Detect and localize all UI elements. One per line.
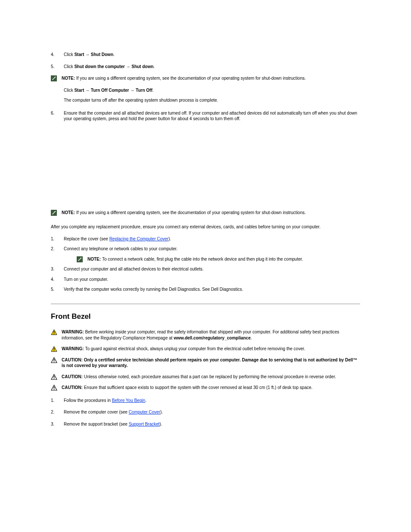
note-body: NOTE: If you are using a different opera…: [62, 75, 360, 81]
step-body: Connect any telephone or network cables …: [64, 246, 360, 262]
step-number: 5.: [51, 64, 54, 70]
procedure-list-top-cont: Click Start → Turn Off Computer → Turn O…: [51, 87, 360, 122]
after-working-intro: After you complete any replacement proce…: [51, 224, 360, 230]
step-body: Remove the computer cover (see Computer …: [64, 409, 360, 415]
link-replacing-cover[interactable]: Replacing the Computer Cover: [109, 236, 168, 241]
bz-step-2: 2. Remove the computer cover (see Comput…: [51, 409, 360, 415]
caution-label: CAUTION:: [62, 385, 84, 390]
svg-rect-16: [54, 376, 55, 378]
bz-step-3: 3. Remove the support bracket (see Suppo…: [51, 421, 360, 427]
warning-label: WARNING:: [62, 346, 85, 351]
bold: Shut down: [130, 64, 153, 69]
caution-icon: [51, 374, 57, 380]
step-number: 4.: [51, 52, 54, 58]
aw-step-1: 1. Replace the cover (see Replacing the …: [51, 236, 360, 242]
note-text: If you are using a different operating s…: [76, 210, 306, 215]
aw-step-5: 5. Verify that the computer works correc…: [51, 286, 360, 292]
step-5b: Click Start → Turn Off Computer → Turn O…: [51, 87, 360, 103]
text: Remove the computer cover (see: [64, 410, 129, 414]
svg-rect-14: [54, 361, 55, 362]
note-label: NOTE:: [62, 210, 76, 215]
regulatory-link[interactable]: www.dell.com/regulatory_compliance: [174, 336, 251, 340]
aw-step-2: 2. Connect any telephone or network cabl…: [51, 246, 360, 262]
step-body: Follow the procedures in Before You Begi…: [64, 398, 360, 404]
step-6: 6. Ensure that the computer and all atta…: [51, 110, 360, 122]
link-support-bracket[interactable]: Support Bracket: [129, 422, 160, 426]
aw-step-4: 4. Turn on your computer.: [51, 277, 360, 283]
warning-block: WARNING: To guard against electrical sho…: [51, 346, 360, 352]
step-body: Click Start → Turn Off Computer → Turn O…: [64, 87, 360, 103]
warning-body: WARNING: To guard against electrical sho…: [62, 346, 360, 352]
bold: Turn Off: [134, 88, 152, 93]
step-number: 1.: [51, 236, 54, 242]
svg-rect-7: [54, 331, 55, 333]
caution-bold-text: Only a certified service technician shou…: [62, 358, 357, 368]
step-5: 5. Click Shut down the computer → Shut d…: [51, 64, 360, 70]
after-working-steps: 1. Replace the cover (see Replacing the …: [51, 236, 360, 292]
note-label: NOTE:: [62, 76, 76, 81]
caution-body: CAUTION: Only a certified service techni…: [62, 357, 360, 369]
front-bezel-steps: 1. Follow the procedures in Before You B…: [51, 398, 360, 427]
svg-rect-10: [54, 348, 55, 350]
text: Remove the support bracket (see: [64, 422, 129, 426]
svg-rect-20: [54, 389, 55, 390]
bz-step-1: 1. Follow the procedures in Before You B…: [51, 398, 360, 404]
warning-icon: [51, 329, 57, 335]
text: .: [145, 398, 146, 403]
caution-block: CAUTION: Only a certified service techni…: [51, 357, 360, 369]
note-pencil-icon: [77, 256, 83, 262]
text: ).: [160, 410, 163, 414]
svg-rect-8: [54, 333, 55, 334]
text: Replace the cover (see: [64, 236, 109, 241]
svg-rect-11: [54, 350, 55, 351]
step-number: 5.: [51, 286, 54, 292]
step-body: Remove the support bracket (see Support …: [64, 421, 360, 427]
note-label: NOTE:: [87, 257, 102, 261]
caution-block: CAUTION: Unless otherwise noted, each pr…: [51, 374, 360, 380]
bold: Shut down the computer: [74, 64, 125, 69]
step-number: 2.: [51, 409, 54, 415]
warning-body: WARNING: Before working inside your comp…: [62, 329, 360, 341]
text: Click: [64, 52, 74, 57]
svg-rect-17: [54, 378, 55, 379]
link-computer-cover[interactable]: Computer Cover: [129, 410, 160, 414]
caution-body: CAUTION: Unless otherwise noted, each pr…: [62, 374, 360, 380]
note-pencil-icon: [51, 210, 57, 216]
step-number: 3.: [51, 266, 54, 272]
note-text: To connect a network cable, first plug t…: [102, 257, 303, 261]
warning-label: WARNING:: [62, 330, 85, 334]
warning-block: WARNING: Before working inside your comp…: [51, 329, 360, 341]
warning-icon: [51, 346, 57, 352]
link-before-you-begin[interactable]: Before You Begin: [112, 398, 145, 403]
arrow-icon: →: [85, 88, 90, 93]
text: Connect any telephone or network cables …: [64, 246, 177, 251]
arrow-icon: →: [129, 88, 135, 93]
bold: Start: [74, 88, 85, 93]
step-body: Ensure that the computer and all attache…: [64, 110, 360, 122]
text: .: [153, 88, 154, 93]
step-number: 6.: [51, 110, 54, 116]
caution-text: Unless otherwise noted, each procedure a…: [84, 374, 336, 379]
caution-body: CAUTION: Ensure that sufficient space ex…: [62, 385, 360, 391]
step-4: 4. Click Start → Shut Down.: [51, 52, 360, 58]
procedure-list-top: 4. Click Start → Shut Down. 5. Click Shu…: [51, 52, 360, 69]
svg-rect-13: [54, 359, 55, 361]
text: .: [113, 52, 115, 57]
step-body: Connect your computer and all attached d…: [64, 266, 360, 272]
arrow-icon: →: [85, 52, 90, 57]
note-body: NOTE: To connect a network cable, first …: [87, 256, 360, 262]
text: ).: [168, 236, 171, 241]
spacer: [51, 128, 360, 205]
caution-icon: [51, 357, 57, 363]
text: .: [153, 64, 155, 69]
bold: Start: [74, 52, 85, 57]
svg-rect-3: [55, 211, 56, 212]
text: ).: [159, 422, 162, 426]
step-body: Replace the cover (see Replacing the Com…: [64, 236, 360, 242]
text: Follow the procedures in: [64, 398, 112, 403]
text: Click: [64, 64, 74, 69]
note-pencil-icon: [51, 75, 57, 81]
text: .: [251, 336, 252, 340]
note-body: NOTE: If you are using a different opera…: [62, 210, 360, 216]
warning-text: To guard against electrical shock, alway…: [85, 346, 305, 351]
